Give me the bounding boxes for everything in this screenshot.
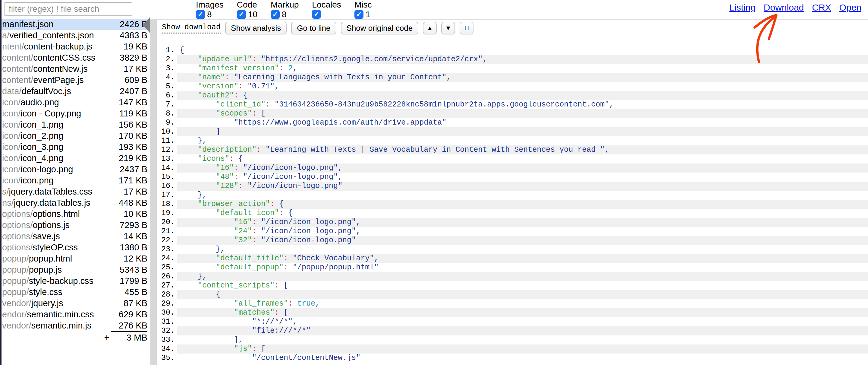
filter-group-markup: Markup✓8 [271,0,299,19]
file-row[interactable]: icon/icon_4.png219 KB [1,152,150,164]
file-row[interactable]: icon/icon_1.png156 KB [1,119,150,130]
code-text: "content_scripts": [ [177,281,868,290]
file-dir: icon/ [2,175,21,185]
file-row[interactable]: endor/semantic.min.css629 KB [1,309,150,320]
code-line: 19. "default_icon": { [157,209,868,218]
filter-checkbox-images[interactable]: ✓ [196,10,205,19]
open-link[interactable]: Open [839,2,861,13]
file-name: icon_4.png [21,153,63,163]
code-text: }, [177,136,868,145]
filter-count: 8 [282,10,287,19]
file-row[interactable]: icon/icon_2.png170 KB [1,130,150,141]
file-row[interactable]: vendor/semantic.min.js276 KB [1,320,150,331]
file-dir: data/ [2,86,22,96]
file-row[interactable]: options/options.js7293 B [1,220,150,231]
file-size: 629 KB [108,309,150,319]
code-text: "128": "/icon/icon-logo.png" [177,181,868,191]
code-text: "/content/contentNew.js" [177,354,868,363]
file-dir: content/ [2,75,33,85]
file-name: audio.png [21,97,59,107]
file-row[interactable]: popup/popup.js5343 B [1,264,150,275]
line-number: 9. [157,118,177,127]
show-download-toggle[interactable]: Show download [162,23,221,33]
line-number: 16. [157,181,177,191]
file-row[interactable]: popup/style.css455 B [1,287,150,298]
code-text: "matches": [ [177,308,868,317]
file-row[interactable]: ntent/content-backup.js19 KB [1,41,150,52]
file-row[interactable]: icon/icon_3.png193 KB [1,141,150,152]
file-row[interactable]: options/options.html10 KB [1,208,150,220]
file-dir: icon/ [2,131,21,141]
file-path: popup/style.css [1,287,108,297]
file-row[interactable]: vendor/jquery.js87 KB [1,298,150,309]
show-analysis-button[interactable]: Show analysis [225,22,287,34]
filter-checkbox-locales[interactable]: ✓ [312,10,321,19]
line-number: 15. [157,172,177,181]
file-filter-input[interactable] [4,2,132,16]
scroll-down-button[interactable]: ▼ [441,22,455,34]
filter-checkbox-code[interactable]: ✓ [237,10,246,19]
code-text: "default_icon": { [177,209,868,218]
file-row[interactable]: a/verified_contents.json4383 B [1,30,150,41]
file-row[interactable]: options/styleOP.css1380 B [1,242,150,253]
file-dir: s/ [2,187,9,196]
file-row[interactable]: popup/popup.html12 KB [1,253,150,264]
file-row[interactable]: content/contentNew.js17 KB [1,63,150,75]
line-number: 17. [157,191,177,200]
code-text: "icons": { [177,155,868,164]
code-text: "48": "/icon/icon-logo.png", [177,172,868,181]
code-text: "default_title": "Check Vocabulary", [177,254,868,263]
file-row[interactable]: icon/icon - Copy.png119 KB [1,108,150,119]
file-size-text: 171 KB [119,175,147,185]
selected-file-marker-icon [143,17,150,33]
code-text: "browser_action": { [177,200,868,209]
file-row[interactable]: icon/icon-logo.png2437 B [1,164,150,175]
file-row[interactable]: s/jquery.dataTables.css17 KB [1,186,150,197]
file-row[interactable]: popup/style-backup.css1799 B [1,275,150,287]
highlight-button[interactable]: H [460,22,473,34]
file-size-text: 219 KB [119,153,147,163]
download-link[interactable]: Download [764,2,804,13]
sidebar-scrollbar[interactable] [150,20,157,365]
file-row[interactable]: icon/icon.png171 KB [1,175,150,186]
code-text: "file:///*/*" [177,327,868,335]
line-number: 35. [157,354,177,363]
code-line: 12. "description": "Learning with Texts … [157,145,868,155]
line-number: 10. [157,127,177,136]
file-row[interactable]: manifest.json2426 B [1,19,150,30]
line-number: 7. [157,100,177,109]
file-path: a/verified_contents.json [1,30,108,40]
scroll-up-button[interactable]: ▲ [423,22,437,34]
code-text: "24": "/icon/icon-logo.png", [177,227,868,236]
line-number: 6. [157,91,177,100]
file-size-text: 448 KB [119,198,147,207]
file-path: options/styleOP.css [1,243,108,252]
header-divider [150,19,868,20]
code-line: 28. { [157,290,868,299]
file-name: style-backup.css [29,276,93,286]
file-size: 455 B [108,287,150,297]
file-row[interactable]: content/eventPage.js609 B [1,75,150,86]
code-text: "https://www.googleapis.com/auth/drive.a… [177,118,868,127]
line-number: 11. [157,136,177,145]
file-row[interactable]: icon/audio.png147 KB [1,97,150,108]
file-row[interactable]: options/save.js14 KB [1,231,150,242]
file-path: icon/icon.png [1,175,108,186]
file-row[interactable]: data/defaultVoc.js2407 B [1,86,150,97]
file-path: icon/icon-logo.png [1,164,108,174]
file-row[interactable]: ns/jquery.dataTables.js448 KB [1,197,150,208]
file-path: endor/semantic.min.css [1,309,108,319]
code-line: 14. "16": "/icon/icon-logo.png", [157,164,868,172]
file-path: vendor/semantic.min.js [1,321,108,331]
file-size: 1380 B [108,243,150,252]
go-to-line-button[interactable]: Go to line [291,22,336,34]
filter-checkbox-misc[interactable]: ✓ [354,10,364,19]
file-name: icon_1.png [21,120,63,130]
crx-link[interactable]: CRX [812,2,831,13]
file-dir: a/ [2,30,9,40]
listing-link[interactable]: Listing [730,2,755,13]
filter-checkbox-markup[interactable]: ✓ [271,10,280,19]
code-line: 20. "16": "/icon/icon-logo.png", [157,218,868,227]
file-row[interactable]: content/contentCSS.css3829 B [1,52,150,63]
show-original-code-button[interactable]: Show original code [341,22,418,34]
